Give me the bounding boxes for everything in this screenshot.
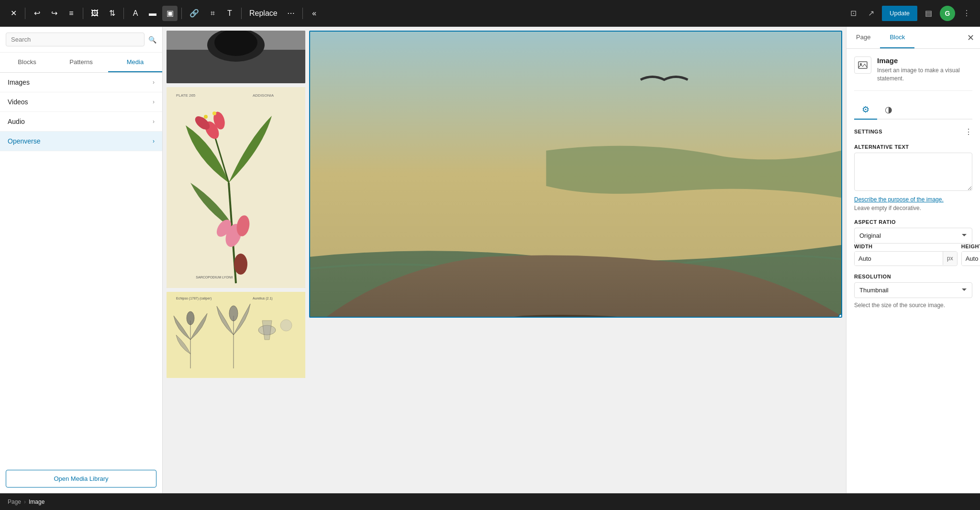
view-button[interactable]: ⊡ <box>846 6 860 21</box>
right-sidebar: Page Block ✕ Image Insert an image to ma… <box>846 27 980 493</box>
toolbar-divider-5 <box>241 8 242 19</box>
breadcrumb-separator: › <box>24 499 26 505</box>
main-layout: 🔍 Blocks Patterns Media Images › Videos … <box>0 27 980 493</box>
toolbar-divider-6 <box>302 8 303 19</box>
settings-tab-settings[interactable]: ⚙ <box>854 100 877 120</box>
settings-section-header: Settings ⋮ <box>854 127 972 136</box>
pelican-image[interactable]: 40 <box>309 31 842 318</box>
width-unit: px <box>943 252 957 265</box>
resolution-select[interactable]: Thumbnail Medium Large Full Size <box>854 282 972 298</box>
right-sidebar-content: Image Insert an image to make a visual s… <box>846 49 980 493</box>
block-info: Image Insert an image to make a visual s… <box>854 56 972 91</box>
link-button[interactable]: 🔗 <box>186 6 203 21</box>
undo-button[interactable]: ↩ <box>29 6 45 21</box>
toolbar-divider-4 <box>181 8 182 19</box>
block-icon <box>854 56 871 74</box>
selected-block-button[interactable]: ▣ <box>162 6 178 21</box>
tab-page[interactable]: Page <box>846 27 880 48</box>
search-bar: 🔍 <box>0 27 162 53</box>
search-input[interactable] <box>6 33 145 46</box>
block-text: Image Insert an image to make a visual s… <box>877 56 972 83</box>
text-tool-button[interactable]: T <box>222 6 237 21</box>
alt-text-input[interactable] <box>854 153 972 191</box>
search-icon-button[interactable]: 🔍 <box>148 36 156 44</box>
breadcrumb-current: Image <box>29 499 45 505</box>
settings-icon-tabs: ⚙ ◑ <box>854 100 972 120</box>
dark-image-svg <box>167 31 305 83</box>
canvas: PLATE 265 ADDISONIA <box>163 27 846 493</box>
sidebar-item-audio[interactable]: Audio › <box>0 112 162 132</box>
avatar[interactable]: G <box>940 6 955 21</box>
svg-point-23 <box>187 311 194 325</box>
height-input[interactable] <box>962 252 980 266</box>
crop-button[interactable]: ⌗ <box>205 6 220 21</box>
svg-point-25 <box>229 306 238 321</box>
chevron-right-icon-active: › <box>153 138 155 144</box>
text-color-button[interactable]: A <box>128 6 143 21</box>
alt-text-hint: Leave empty if decorative. <box>854 205 972 211</box>
width-field: WIDTH px <box>854 244 958 266</box>
breadcrumb-page[interactable]: Page <box>8 499 21 505</box>
toolbar-divider-1 <box>25 8 25 19</box>
dark-top-image <box>167 31 305 83</box>
sidebar-item-openverse[interactable]: Openverse › <box>0 132 162 151</box>
redo-button[interactable]: ↪ <box>46 6 62 21</box>
sidebar-item-videos-label: Videos <box>8 98 28 106</box>
tab-media[interactable]: Media <box>108 53 162 72</box>
open-media-library-button[interactable]: Open Media Library <box>6 470 156 488</box>
more-button[interactable]: ⋯ <box>283 6 299 21</box>
replace-button[interactable]: Replace <box>245 6 281 21</box>
height-input-wrap: px <box>961 251 980 266</box>
update-button[interactable]: Update <box>882 6 917 21</box>
resize-handle[interactable] <box>838 314 842 318</box>
image-block-icon <box>858 60 868 70</box>
toolbar: ✕ ↩ ↪ ≡ 🖼 ⇅ A ▬ ▣ 🔗 ⌗ T Replace ⋯ « ⊡ ↗ … <box>0 0 980 27</box>
svg-text:Aurelius (2.1): Aurelius (2.1) <box>253 297 273 300</box>
botanical-image: PLATE 265 ADDISONIA <box>167 87 305 288</box>
external-button[interactable]: ↗ <box>864 6 878 21</box>
dimensions-row: WIDTH px HEIGHT px <box>854 244 972 266</box>
toolbar-divider-3 <box>123 8 124 19</box>
width-label: WIDTH <box>854 244 958 249</box>
width-input[interactable] <box>855 252 943 266</box>
image-tool-button[interactable]: 🖼 <box>87 6 102 21</box>
settings-more-button[interactable]: ⋮ <box>965 127 972 136</box>
left-sidebar: 🔍 Blocks Patterns Media Images › Videos … <box>0 27 163 493</box>
alt-text-label: ALTERNATIVE TEXT <box>854 144 972 150</box>
sidebar-item-openverse-label: Openverse <box>8 137 40 145</box>
svg-point-27 <box>280 320 292 331</box>
svg-text:SARCOPODIUM LYONII: SARCOPODIUM LYONII <box>196 276 233 279</box>
sidebar-item-images[interactable]: Images › <box>0 73 162 92</box>
toolbar-right: ⊡ ↗ Update ▤ G ⋮ <box>846 6 974 21</box>
toolbar-divider-2 <box>83 8 83 19</box>
tab-block[interactable]: Block <box>880 27 914 48</box>
resolution-label: RESOLUTION <box>854 274 972 279</box>
svg-text:ADDISONIA: ADDISONIA <box>253 93 274 98</box>
breadcrumb: Page › Image <box>0 493 980 510</box>
block-title: Image <box>877 56 972 65</box>
close-button[interactable]: ✕ <box>6 6 21 21</box>
right-sidebar-tabs: Page Block ✕ <box>846 27 980 49</box>
botanical-svg: PLATE 265 ADDISONIA <box>167 87 305 288</box>
resolution-hint: Select the size of the source image. <box>854 302 972 309</box>
svg-point-17 <box>212 111 216 115</box>
left-thumbnails-column: PLATE 265 ADDISONIA <box>167 31 305 489</box>
close-sidebar-button[interactable]: ✕ <box>961 29 980 47</box>
tab-patterns[interactable]: Patterns <box>54 53 108 72</box>
settings-section-title: Settings <box>854 129 882 134</box>
width-input-wrap: px <box>854 251 958 266</box>
sidebar-item-videos[interactable]: Videos › <box>0 92 162 112</box>
collapse-button[interactable]: « <box>307 6 322 21</box>
aspect-ratio-select[interactable]: Original 1:1 4:3 16:9 3:2 <box>854 228 972 244</box>
sidebar-toggle-button[interactable]: ▤ <box>921 6 936 21</box>
more-options-button[interactable]: ⋮ <box>959 6 974 21</box>
align-button[interactable]: ▬ <box>145 6 160 21</box>
sketch-svg: Echipso (1787) (caliper) Aurelius (2.1) <box>167 292 305 378</box>
arrows-button[interactable]: ⇅ <box>104 6 120 21</box>
settings-tab-styles[interactable]: ◑ <box>877 100 900 120</box>
tab-blocks[interactable]: Blocks <box>0 53 54 72</box>
alt-text-link[interactable]: Describe the purpose of the image. <box>854 196 972 203</box>
list-view-button[interactable]: ≡ <box>64 6 79 21</box>
sidebar-tabs: Blocks Patterns Media <box>0 53 162 73</box>
svg-text:Echipso (1787) (caliper): Echipso (1787) (caliper) <box>176 297 212 300</box>
